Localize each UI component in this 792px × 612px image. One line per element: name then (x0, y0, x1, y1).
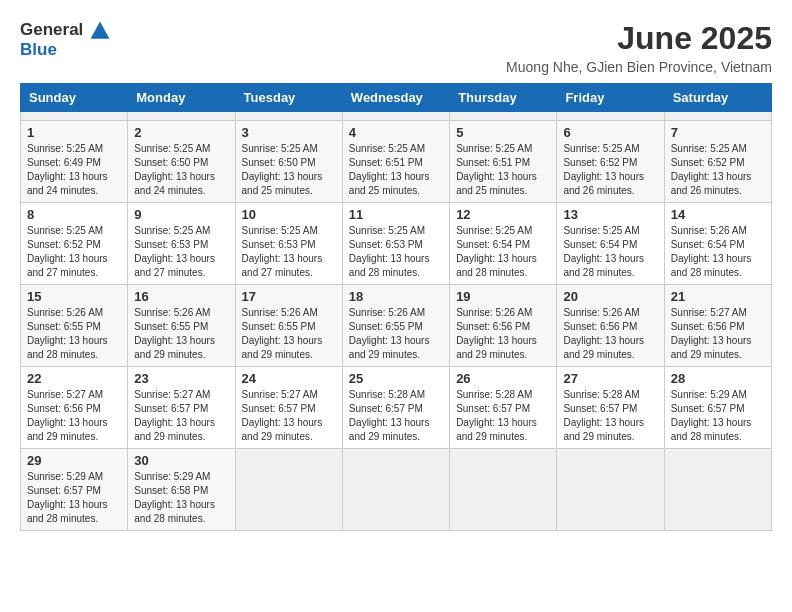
calendar-week-2: 8Sunrise: 5:25 AMSunset: 6:52 PMDaylight… (21, 203, 772, 285)
day-number: 17 (242, 289, 336, 304)
weekday-header-monday: Monday (128, 84, 235, 112)
calendar-cell: 30Sunrise: 5:29 AMSunset: 6:58 PMDayligh… (128, 449, 235, 531)
weekday-header-saturday: Saturday (664, 84, 771, 112)
location-subtitle: Muong Nhe, GJien Bien Province, Vietnam (506, 59, 772, 75)
day-detail: Sunrise: 5:27 AMSunset: 6:56 PMDaylight:… (27, 388, 121, 444)
logo-general: General (20, 20, 83, 39)
title-block: June 2025 Muong Nhe, GJien Bien Province… (506, 20, 772, 75)
day-detail: Sunrise: 5:28 AMSunset: 6:57 PMDaylight:… (456, 388, 550, 444)
day-detail: Sunrise: 5:25 AMSunset: 6:52 PMDaylight:… (27, 224, 121, 280)
calendar-cell: 28Sunrise: 5:29 AMSunset: 6:57 PMDayligh… (664, 367, 771, 449)
day-detail: Sunrise: 5:25 AMSunset: 6:54 PMDaylight:… (456, 224, 550, 280)
calendar-cell (664, 449, 771, 531)
day-detail: Sunrise: 5:29 AMSunset: 6:58 PMDaylight:… (134, 470, 228, 526)
day-detail: Sunrise: 5:25 AMSunset: 6:50 PMDaylight:… (134, 142, 228, 198)
day-number: 19 (456, 289, 550, 304)
calendar-cell: 23Sunrise: 5:27 AMSunset: 6:57 PMDayligh… (128, 367, 235, 449)
calendar-cell (235, 449, 342, 531)
day-number: 5 (456, 125, 550, 140)
day-number: 30 (134, 453, 228, 468)
calendar-cell: 8Sunrise: 5:25 AMSunset: 6:52 PMDaylight… (21, 203, 128, 285)
calendar-cell: 4Sunrise: 5:25 AMSunset: 6:51 PMDaylight… (342, 121, 449, 203)
day-number: 23 (134, 371, 228, 386)
day-number: 3 (242, 125, 336, 140)
day-number: 8 (27, 207, 121, 222)
calendar-table: SundayMondayTuesdayWednesdayThursdayFrid… (20, 83, 772, 531)
day-detail: Sunrise: 5:25 AMSunset: 6:52 PMDaylight:… (563, 142, 657, 198)
calendar-cell: 16Sunrise: 5:26 AMSunset: 6:55 PMDayligh… (128, 285, 235, 367)
day-detail: Sunrise: 5:27 AMSunset: 6:57 PMDaylight:… (242, 388, 336, 444)
day-detail: Sunrise: 5:25 AMSunset: 6:52 PMDaylight:… (671, 142, 765, 198)
calendar-cell: 13Sunrise: 5:25 AMSunset: 6:54 PMDayligh… (557, 203, 664, 285)
day-detail: Sunrise: 5:26 AMSunset: 6:55 PMDaylight:… (349, 306, 443, 362)
calendar-cell: 29Sunrise: 5:29 AMSunset: 6:57 PMDayligh… (21, 449, 128, 531)
day-number: 20 (563, 289, 657, 304)
calendar-week-4: 22Sunrise: 5:27 AMSunset: 6:56 PMDayligh… (21, 367, 772, 449)
calendar-cell (342, 449, 449, 531)
calendar-cell: 18Sunrise: 5:26 AMSunset: 6:55 PMDayligh… (342, 285, 449, 367)
day-detail: Sunrise: 5:25 AMSunset: 6:53 PMDaylight:… (134, 224, 228, 280)
calendar-cell: 15Sunrise: 5:26 AMSunset: 6:55 PMDayligh… (21, 285, 128, 367)
calendar-cell (342, 112, 449, 121)
calendar-week-3: 15Sunrise: 5:26 AMSunset: 6:55 PMDayligh… (21, 285, 772, 367)
day-detail: Sunrise: 5:25 AMSunset: 6:49 PMDaylight:… (27, 142, 121, 198)
calendar-cell (21, 112, 128, 121)
page-header: General Blue June 2025 Muong Nhe, GJien … (20, 20, 772, 75)
calendar-cell: 2Sunrise: 5:25 AMSunset: 6:50 PMDaylight… (128, 121, 235, 203)
calendar-week-1: 1Sunrise: 5:25 AMSunset: 6:49 PMDaylight… (21, 121, 772, 203)
day-number: 25 (349, 371, 443, 386)
day-number: 11 (349, 207, 443, 222)
day-number: 29 (27, 453, 121, 468)
day-number: 27 (563, 371, 657, 386)
day-detail: Sunrise: 5:27 AMSunset: 6:57 PMDaylight:… (134, 388, 228, 444)
day-detail: Sunrise: 5:26 AMSunset: 6:56 PMDaylight:… (563, 306, 657, 362)
weekday-header-row: SundayMondayTuesdayWednesdayThursdayFrid… (21, 84, 772, 112)
day-detail: Sunrise: 5:26 AMSunset: 6:55 PMDaylight:… (134, 306, 228, 362)
calendar-cell: 1Sunrise: 5:25 AMSunset: 6:49 PMDaylight… (21, 121, 128, 203)
day-detail: Sunrise: 5:25 AMSunset: 6:54 PMDaylight:… (563, 224, 657, 280)
day-number: 6 (563, 125, 657, 140)
day-detail: Sunrise: 5:29 AMSunset: 6:57 PMDaylight:… (671, 388, 765, 444)
day-detail: Sunrise: 5:28 AMSunset: 6:57 PMDaylight:… (563, 388, 657, 444)
day-number: 26 (456, 371, 550, 386)
calendar-cell (235, 112, 342, 121)
day-detail: Sunrise: 5:28 AMSunset: 6:57 PMDaylight:… (349, 388, 443, 444)
calendar-cell (557, 449, 664, 531)
calendar-cell: 20Sunrise: 5:26 AMSunset: 6:56 PMDayligh… (557, 285, 664, 367)
calendar-cell: 22Sunrise: 5:27 AMSunset: 6:56 PMDayligh… (21, 367, 128, 449)
day-detail: Sunrise: 5:26 AMSunset: 6:54 PMDaylight:… (671, 224, 765, 280)
weekday-header-friday: Friday (557, 84, 664, 112)
day-detail: Sunrise: 5:26 AMSunset: 6:55 PMDaylight:… (242, 306, 336, 362)
day-detail: Sunrise: 5:27 AMSunset: 6:56 PMDaylight:… (671, 306, 765, 362)
calendar-cell: 14Sunrise: 5:26 AMSunset: 6:54 PMDayligh… (664, 203, 771, 285)
day-number: 24 (242, 371, 336, 386)
day-number: 28 (671, 371, 765, 386)
calendar-cell (664, 112, 771, 121)
day-number: 15 (27, 289, 121, 304)
day-detail: Sunrise: 5:29 AMSunset: 6:57 PMDaylight:… (27, 470, 121, 526)
weekday-header-thursday: Thursday (450, 84, 557, 112)
calendar-cell (450, 112, 557, 121)
weekday-header-tuesday: Tuesday (235, 84, 342, 112)
day-number: 14 (671, 207, 765, 222)
day-number: 7 (671, 125, 765, 140)
day-number: 4 (349, 125, 443, 140)
day-number: 13 (563, 207, 657, 222)
calendar-cell: 6Sunrise: 5:25 AMSunset: 6:52 PMDaylight… (557, 121, 664, 203)
svg-marker-0 (91, 22, 110, 39)
calendar-cell: 12Sunrise: 5:25 AMSunset: 6:54 PMDayligh… (450, 203, 557, 285)
day-number: 16 (134, 289, 228, 304)
day-detail: Sunrise: 5:25 AMSunset: 6:50 PMDaylight:… (242, 142, 336, 198)
day-detail: Sunrise: 5:25 AMSunset: 6:53 PMDaylight:… (242, 224, 336, 280)
calendar-cell: 21Sunrise: 5:27 AMSunset: 6:56 PMDayligh… (664, 285, 771, 367)
day-detail: Sunrise: 5:26 AMSunset: 6:55 PMDaylight:… (27, 306, 121, 362)
day-number: 12 (456, 207, 550, 222)
calendar-cell (128, 112, 235, 121)
month-title: June 2025 (506, 20, 772, 57)
day-detail: Sunrise: 5:25 AMSunset: 6:51 PMDaylight:… (349, 142, 443, 198)
calendar-cell: 27Sunrise: 5:28 AMSunset: 6:57 PMDayligh… (557, 367, 664, 449)
day-number: 9 (134, 207, 228, 222)
calendar-cell: 26Sunrise: 5:28 AMSunset: 6:57 PMDayligh… (450, 367, 557, 449)
calendar-cell: 17Sunrise: 5:26 AMSunset: 6:55 PMDayligh… (235, 285, 342, 367)
calendar-cell: 5Sunrise: 5:25 AMSunset: 6:51 PMDaylight… (450, 121, 557, 203)
